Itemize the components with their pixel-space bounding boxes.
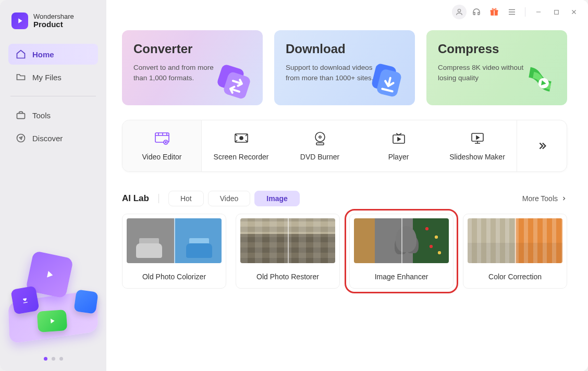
card-thumb xyxy=(240,218,335,263)
card-label: Old Photo Colorizer xyxy=(123,267,226,288)
sidebar-divider xyxy=(10,96,96,96)
hero-title: Download xyxy=(286,42,403,56)
brand: Wondershare Product xyxy=(11,13,95,29)
card-image-enhancer[interactable]: Image Enhancer xyxy=(349,214,454,289)
card-old-photo-restorer[interactable]: Old Photo Restorer xyxy=(236,214,340,289)
sidebar-item-tools[interactable]: Tools xyxy=(8,105,98,126)
tool-dvd-burner[interactable]: DVD Burner xyxy=(280,120,359,171)
svg-point-17 xyxy=(319,136,321,138)
tool-video-editor[interactable]: Video Editor xyxy=(123,120,202,171)
video-editor-icon xyxy=(154,131,170,146)
dvd-burner-icon xyxy=(312,131,328,146)
tab-hot[interactable]: Hot xyxy=(168,191,204,206)
tool-screen-recorder[interactable]: Screen Recorder xyxy=(202,120,280,171)
main: Converter Convert to and from more than … xyxy=(106,0,588,371)
tool-slideshow-maker[interactable]: Slideshow Maker xyxy=(438,120,517,171)
tab-image[interactable]: Image xyxy=(254,191,299,206)
menu-icon[interactable] xyxy=(504,4,520,20)
home-icon xyxy=(16,49,26,59)
card-color-correction[interactable]: Color Correction xyxy=(463,214,567,289)
svg-point-1 xyxy=(17,134,25,142)
app-window: Wondershare Product Home My Files xyxy=(0,0,588,371)
ailab-cards: Old Photo Colorizer Old Photo Restorer I… xyxy=(122,214,567,289)
screen-recorder-icon xyxy=(234,131,249,146)
tool-label: Screen Recorder xyxy=(214,153,269,161)
svg-point-16 xyxy=(315,132,325,142)
card-label: Old Photo Restorer xyxy=(236,267,339,288)
sidebar-item-home[interactable]: Home xyxy=(8,44,98,65)
close-button[interactable] xyxy=(566,4,582,20)
svg-rect-6 xyxy=(554,10,558,14)
player-icon xyxy=(391,131,407,146)
more-tools-link[interactable]: More Tools xyxy=(522,194,567,203)
card-old-photo-colorizer[interactable]: Old Photo Colorizer xyxy=(122,214,226,289)
ailab-header: AI Lab Hot Video Image More Tools xyxy=(122,191,567,206)
svg-point-2 xyxy=(458,9,460,12)
card-thumb xyxy=(354,218,449,263)
chevrons-right-icon xyxy=(536,140,548,152)
download-icon xyxy=(366,58,408,100)
hero-compress[interactable]: Compress Compress 8K video without losin… xyxy=(426,30,567,105)
pager-dot[interactable] xyxy=(52,357,55,361)
svg-point-15 xyxy=(240,137,243,140)
tool-more[interactable] xyxy=(517,120,567,171)
svg-rect-5 xyxy=(494,10,495,16)
hero-desc: Support to download videos from more tha… xyxy=(286,63,379,83)
hero-row: Converter Convert to and from more than … xyxy=(122,30,567,105)
divider xyxy=(158,194,159,203)
hero-title: Compress xyxy=(438,42,556,56)
svg-rect-0 xyxy=(17,114,25,119)
converter-icon xyxy=(214,58,255,100)
titlebar xyxy=(106,0,588,24)
sidebar-item-label: Discover xyxy=(32,134,63,143)
svg-rect-18 xyxy=(316,143,324,145)
ailab-title: AI Lab xyxy=(122,193,149,204)
sidebar-item-myfiles[interactable]: My Files xyxy=(8,67,98,88)
gift-icon[interactable] xyxy=(486,4,502,20)
folder-icon xyxy=(16,72,26,82)
sidebar-pager[interactable] xyxy=(0,357,106,361)
tool-label: Player xyxy=(388,153,409,161)
tab-video[interactable]: Video xyxy=(208,191,251,206)
card-label: Color Correction xyxy=(463,267,567,288)
user-icon[interactable] xyxy=(452,5,467,19)
toolbox-icon xyxy=(16,110,26,120)
titlebar-separator xyxy=(525,7,525,17)
hero-desc: Convert to and from more than 1,000 form… xyxy=(133,63,227,83)
ailab-section: AI Lab Hot Video Image More Tools xyxy=(122,191,567,289)
card-thumb xyxy=(468,218,562,263)
toolstrip: Video Editor Screen Recorder DVD Burner xyxy=(122,120,567,172)
tool-label: Slideshow Maker xyxy=(449,153,505,161)
brand-icon xyxy=(11,13,28,29)
hero-desc: Compress 8K video without losing quality xyxy=(438,63,532,83)
chevron-right-icon xyxy=(561,195,567,202)
card-label: Image Enhancer xyxy=(350,267,453,288)
support-icon[interactable] xyxy=(469,4,484,20)
maximize-button[interactable] xyxy=(548,4,564,20)
sidebar-illustration xyxy=(0,246,106,345)
sidebar-item-label: My Files xyxy=(32,73,62,82)
sidebar-item-label: Home xyxy=(32,50,54,59)
sidebar-item-discover[interactable]: Discover xyxy=(8,128,98,149)
more-tools-label: More Tools xyxy=(522,194,558,203)
card-thumb xyxy=(127,218,222,263)
ailab-tabs: Hot Video Image xyxy=(168,191,300,206)
hero-converter[interactable]: Converter Convert to and from more than … xyxy=(122,30,263,105)
pager-dot[interactable] xyxy=(59,357,63,361)
compress-icon xyxy=(518,58,560,100)
brand-line2: Product xyxy=(33,20,74,29)
minimize-button[interactable] xyxy=(531,4,546,20)
hero-download[interactable]: Download Support to download videos from… xyxy=(274,30,415,105)
pager-dot[interactable] xyxy=(44,357,47,361)
hero-title: Converter xyxy=(133,42,251,56)
compass-icon xyxy=(16,133,26,143)
brand-line1: Wondershare xyxy=(33,13,74,20)
sidebar: Wondershare Product Home My Files xyxy=(0,0,106,371)
content: Converter Convert to and from more than … xyxy=(106,24,588,371)
tool-label: DVD Burner xyxy=(300,153,339,161)
slideshow-icon xyxy=(470,131,485,146)
tool-player[interactable]: Player xyxy=(359,120,438,171)
sidebar-item-label: Tools xyxy=(32,111,51,120)
sidebar-nav: Home My Files Tools Discover xyxy=(8,44,98,149)
tool-label: Video Editor xyxy=(142,153,181,161)
